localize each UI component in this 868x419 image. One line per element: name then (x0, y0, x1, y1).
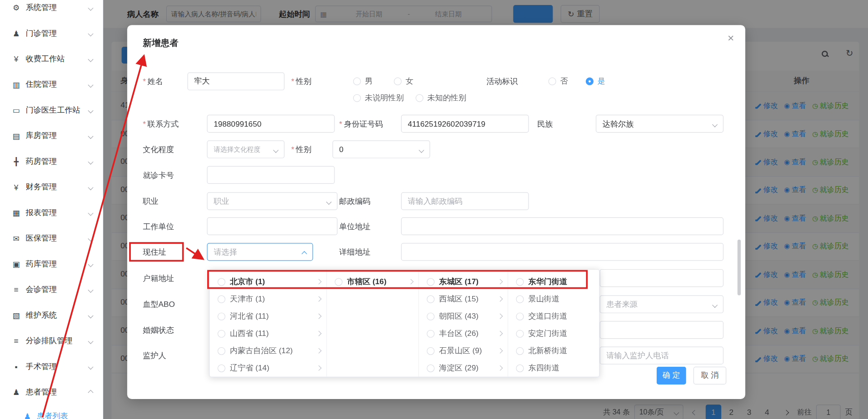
cascader-option[interactable]: 交道口街道 (508, 308, 599, 325)
menu-icon: ✉ (11, 234, 21, 243)
current-address-cascader[interactable]: 请选择 (207, 243, 313, 261)
contact-input[interactable] (207, 115, 334, 133)
cancel-button[interactable]: 取 消 (693, 367, 726, 384)
ethnicity-select[interactable]: 达斡尔族 (596, 115, 723, 133)
sidebar-item[interactable]: ≡ 分诊排队管理 (0, 328, 103, 354)
sidebar-item[interactable]: ▧ 维护系统 (0, 303, 103, 328)
radio-icon[interactable] (427, 347, 434, 355)
menu-icon: ♟ (11, 388, 21, 397)
radio-icon[interactable] (218, 278, 225, 286)
radio-icon[interactable] (427, 364, 434, 372)
close-icon[interactable]: × (728, 32, 734, 44)
education-select[interactable]: 请选择文化程度 (207, 140, 284, 158)
cascader-option[interactable]: 景山街道 (508, 291, 599, 308)
cascader-option[interactable]: 西城区 (15) (419, 291, 508, 308)
chevron-icon (88, 82, 93, 88)
sidebar-item[interactable]: ▤ 库房管理 (0, 123, 103, 148)
radio-icon[interactable] (516, 330, 524, 337)
cascader-district-column: 东城区 (17) 西城区 (15) 朝阳区 (43) 丰台 (419, 270, 508, 377)
cascader-option[interactable]: 丰台区 (26) (419, 325, 508, 342)
cascader-option[interactable]: 安定门街道 (508, 325, 599, 342)
chevron-right-icon (316, 365, 321, 371)
chevron-right-icon (316, 348, 321, 354)
sidebar-item[interactable]: ≡ 会诊管理 (0, 277, 103, 302)
sidebar-item[interactable]: ♟ 门诊管理 (0, 20, 103, 46)
menu-icon: ≡ (11, 285, 21, 294)
radio-male[interactable]: 男 (353, 73, 373, 90)
gender-code-select[interactable]: 0 (333, 140, 430, 158)
sidebar-item[interactable]: ♟ 患者管理 (0, 380, 103, 405)
radio-icon[interactable] (516, 364, 524, 372)
cascader-option[interactable]: 市辖区 (16) (327, 273, 418, 290)
radio-gender-unstated[interactable]: 未说明性别 (353, 89, 404, 107)
radio-icon[interactable] (427, 312, 434, 320)
sidebar-item-label: 药房管理 (25, 157, 57, 167)
sidebar-item[interactable]: ╋ 药房管理 (0, 149, 103, 174)
radio-active-yes[interactable]: 是 (586, 73, 605, 90)
household-address-input[interactable] (600, 269, 724, 287)
radio-active-no[interactable]: 否 (549, 73, 568, 90)
work-unit-input[interactable] (207, 217, 337, 235)
radio-female[interactable]: 女 (394, 73, 414, 90)
name-input[interactable] (187, 73, 284, 90)
cascader-option[interactable]: 山西省 (11) (210, 325, 327, 342)
id-number-input[interactable] (401, 115, 529, 133)
sidebar-item[interactable]: ⚙ 系统管理 (0, 0, 103, 20)
card-no-input[interactable] (207, 166, 334, 184)
postal-code-input[interactable] (401, 192, 529, 210)
confirm-button[interactable]: 确 定 (657, 367, 686, 384)
radio-icon[interactable] (516, 278, 524, 286)
radio-icon (415, 94, 423, 102)
cascader-option[interactable]: 东华门街道 (508, 273, 599, 290)
radio-icon[interactable] (218, 330, 225, 337)
chevron-right-icon (497, 331, 503, 336)
sidebar-item[interactable]: ▥ 住院管理 (0, 72, 103, 97)
dialog-scrollbar[interactable] (738, 240, 741, 296)
sidebar-item[interactable]: ▪ 手术管理 (0, 354, 103, 379)
unit-address-input[interactable] (401, 217, 724, 235)
menu-icon: ▥ (11, 80, 21, 89)
guardian-phone-input[interactable] (600, 347, 724, 365)
menu-icon: ▭ (11, 106, 21, 115)
detail-address-input[interactable] (401, 243, 724, 261)
sidebar-item[interactable]: ▦ 报表管理 (0, 200, 103, 226)
sidebar-item-label: 报表管理 (25, 208, 57, 218)
radio-icon[interactable] (427, 295, 434, 303)
radio-icon[interactable] (218, 312, 225, 320)
radio-icon[interactable] (516, 312, 524, 320)
sidebar-item[interactable]: ▭ 门诊医生工作站 (0, 98, 103, 123)
radio-icon[interactable] (516, 295, 524, 303)
menu-icon: ▤ (11, 132, 21, 141)
cascader-option[interactable]: 北新桥街道 (508, 342, 599, 360)
sidebar-item[interactable]: ✉ 医保管理 (0, 226, 103, 251)
patient-source-select[interactable]: 患者来源 (600, 296, 724, 313)
radio-icon[interactable] (427, 278, 434, 286)
app-root: 病人名称 起始时间 ▦ 开始日期 - 结束日期 搜索 ↻ 重置 ↻ (0, 0, 868, 419)
chevron-down-icon (712, 302, 718, 308)
occupation-select[interactable]: 职业 (207, 192, 337, 210)
sidebar-item[interactable]: ▣ 药库管理 (0, 251, 103, 277)
radio-icon[interactable] (516, 347, 524, 355)
radio-icon[interactable] (218, 295, 225, 303)
cascader-option[interactable]: 河北省 (11) (210, 308, 327, 325)
cascader-option[interactable]: 天津市 (1) (210, 291, 327, 308)
sidebar-item-patient-list[interactable]: ♟ 患者列表 (0, 405, 103, 419)
cascader-option[interactable]: 海淀区 (29) (419, 360, 508, 377)
chevron-right-icon (497, 365, 503, 371)
marital-status-side-input[interactable] (600, 321, 724, 339)
cascader-option[interactable]: 内蒙古自治区 (12) (210, 342, 327, 360)
radio-gender-unknown[interactable]: 未知的性别 (415, 89, 466, 107)
sidebar-item[interactable]: ¥ 财务管理 (0, 174, 103, 200)
cascader-option[interactable]: 东四街道 (508, 360, 599, 377)
chevron-right-icon (316, 314, 321, 319)
cascader-option[interactable]: 朝阳区 (43) (419, 308, 508, 325)
cascader-option[interactable]: 石景山区 (9) (419, 342, 508, 360)
radio-icon[interactable] (335, 278, 343, 286)
radio-icon[interactable] (427, 330, 434, 337)
radio-icon[interactable] (218, 347, 225, 355)
cascader-option[interactable]: 东城区 (17) (419, 273, 508, 290)
cascader-option[interactable]: 北京市 (1) (210, 273, 327, 290)
radio-icon[interactable] (218, 364, 225, 372)
sidebar-item[interactable]: ¥ 收费工作站 (0, 46, 103, 72)
cascader-option[interactable]: 辽宁省 (14) (210, 360, 327, 377)
